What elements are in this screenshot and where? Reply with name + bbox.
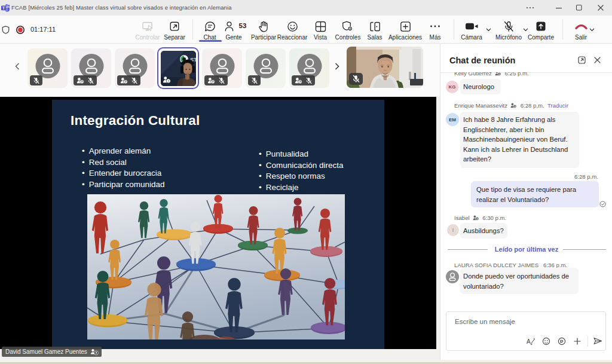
svg-text:A: A bbox=[527, 338, 531, 345]
svg-text:T: T bbox=[2, 6, 5, 10]
svg-text:?: ? bbox=[515, 105, 516, 108]
svg-text:!: ! bbox=[168, 79, 169, 83]
svg-text:?: ? bbox=[498, 73, 500, 76]
svg-text:?: ? bbox=[476, 218, 478, 221]
